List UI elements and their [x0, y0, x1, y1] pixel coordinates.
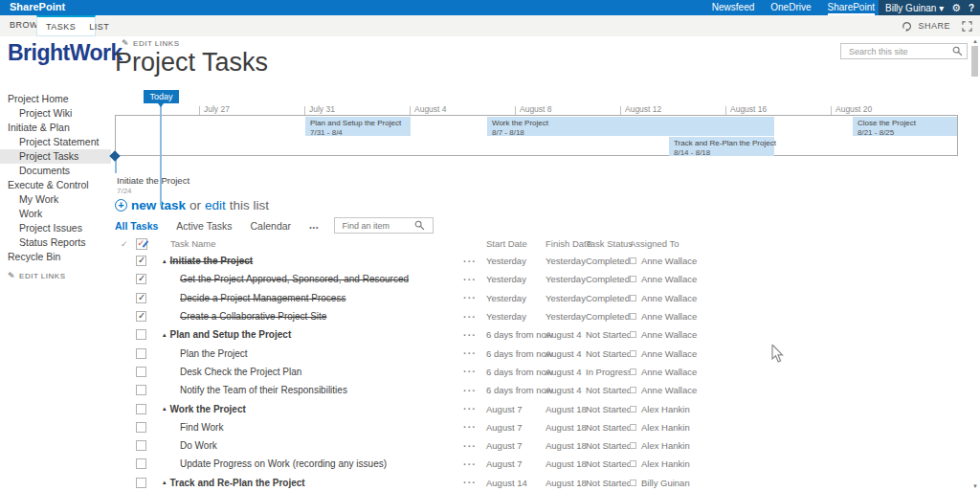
column-task-status[interactable]: Task Status [586, 238, 630, 249]
assigned-to-value[interactable]: Anne Wallace [641, 367, 697, 377]
search-icon[interactable] [952, 46, 963, 56]
row-checkbox[interactable] [136, 367, 146, 377]
tab-tasks[interactable]: TASKS [46, 22, 76, 32]
column-finish-date[interactable]: Finish Date [546, 238, 586, 249]
plus-icon[interactable]: + [115, 199, 127, 212]
row-ellipsis-menu[interactable] [463, 403, 486, 414]
column-assigned-to[interactable]: Assigned To [630, 238, 716, 249]
row-checkbox[interactable] [136, 274, 146, 284]
assigned-to-value[interactable]: Anne Wallace [641, 293, 697, 303]
row-checkbox[interactable] [136, 385, 146, 395]
row-checkbox[interactable] [136, 458, 146, 469]
view-tab[interactable]: Calendar [251, 220, 292, 232]
edit-list-link[interactable]: edit [205, 198, 226, 212]
task-name-link[interactable]: Update Progress on Work (recording any i… [180, 458, 387, 469]
task-name-link[interactable]: Create a Collaborative Project Site [180, 311, 326, 322]
row-ellipsis-menu[interactable] [463, 477, 486, 488]
row-ellipsis-menu[interactable] [463, 292, 486, 303]
row-ellipsis-menu[interactable] [463, 329, 486, 341]
row-ellipsis-menu[interactable] [463, 274, 486, 285]
collapse-triangle-icon[interactable]: ▴ [163, 331, 167, 339]
column-start-date[interactable]: Start Date [486, 238, 546, 249]
sidebar-item[interactable]: Documents [0, 164, 111, 178]
suite-link[interactable]: OneDrive [770, 0, 811, 15]
row-checkbox[interactable] [136, 440, 146, 451]
assigned-to-value[interactable]: Alex Hankin [641, 422, 690, 433]
sidebar-item[interactable]: Recycle Bin [0, 250, 111, 264]
user-menu[interactable]: Billy Guinan ▾ [885, 3, 944, 13]
timeline-task-bar[interactable]: Work the Project 8/7 - 8/18 [487, 117, 774, 136]
task-name-link[interactable]: Find Work [180, 422, 223, 433]
gear-icon[interactable]: ⚙ [951, 3, 961, 13]
scroll-up-icon[interactable]: ▲ [972, 38, 978, 44]
assigned-to-value[interactable]: Anne Wallace [641, 348, 697, 359]
task-name-link[interactable]: Track and Re-Plan the Project [170, 478, 305, 488]
new-task-link[interactable]: new task [131, 198, 186, 212]
assigned-to-value[interactable]: Anne Wallace [641, 274, 697, 284]
sidebar-item[interactable]: Initiate & Plan [0, 121, 111, 135]
sidebar-item[interactable]: Project Issues [0, 221, 111, 235]
sidebar-item[interactable]: Project Statement [0, 135, 111, 149]
sidebar-item[interactable]: My Work [0, 192, 111, 207]
task-name-link[interactable]: Work the Project [170, 404, 246, 414]
task-name-link[interactable]: Do Work [180, 440, 217, 451]
sidebar-item[interactable]: Project Home [0, 92, 111, 106]
assigned-to-value[interactable]: Alex Hankin [641, 458, 690, 469]
assigned-to-value[interactable]: Alex Hankin [641, 440, 690, 451]
help-icon[interactable]: ? [969, 3, 974, 13]
row-ellipsis-menu[interactable] [463, 311, 486, 323]
row-checkbox[interactable] [136, 478, 146, 488]
timeline-task-bar[interactable]: Track and Re-Plan the Project 8/14 - 8/1… [669, 137, 774, 156]
row-ellipsis-menu[interactable] [463, 385, 486, 396]
assigned-to-value[interactable]: Anne Wallace [641, 256, 697, 266]
view-tab[interactable]: Active Tasks [176, 220, 232, 232]
row-checkbox[interactable] [136, 293, 146, 303]
tab-list[interactable]: LIST [89, 22, 109, 32]
task-name-link[interactable]: Plan the Project [180, 348, 248, 359]
row-checkbox[interactable] [136, 348, 146, 359]
assigned-to-value[interactable]: Anne Wallace [641, 385, 697, 395]
select-all-icon[interactable] [136, 238, 147, 250]
scroll-down-icon[interactable]: ▼ [972, 483, 978, 489]
page-edit-links[interactable]: ✎EDIT LINKS [122, 38, 179, 48]
more-views-icon[interactable] [309, 220, 319, 232]
assigned-to-value[interactable]: Billy Guinan [641, 478, 690, 488]
brightwork-logo[interactable]: BrightWork [8, 40, 122, 66]
task-name-link[interactable]: Desk Check the Project Plan [180, 367, 301, 377]
sidebar-item[interactable]: Work [0, 207, 111, 221]
row-checkbox[interactable] [136, 329, 146, 340]
search-icon[interactable] [414, 220, 425, 231]
row-checkbox[interactable] [136, 311, 146, 322]
task-name-link[interactable]: Decide a Project Management Process [180, 293, 345, 303]
row-checkbox[interactable] [136, 422, 146, 433]
assigned-to-value[interactable]: Anne Wallace [641, 311, 697, 322]
collapse-triangle-icon[interactable]: ▴ [163, 405, 167, 413]
row-ellipsis-menu[interactable] [463, 440, 486, 452]
row-ellipsis-menu[interactable] [463, 347, 486, 359]
suite-link[interactable]: SharePoint [828, 0, 875, 15]
row-ellipsis-menu[interactable] [463, 458, 486, 470]
sidebar-item[interactable]: Project Wiki [0, 106, 111, 121]
find-item-input[interactable] [340, 220, 414, 232]
task-name-link[interactable]: Initiate the Project [170, 256, 254, 266]
timeline-task-bar[interactable]: Close the Project 8/21 - 8/25 [853, 117, 957, 136]
timeline-task-bar[interactable]: Plan and Setup the Project 7/31 - 8/4 [305, 117, 411, 136]
row-checkbox[interactable] [136, 256, 146, 266]
column-task-name[interactable]: Task Name [153, 238, 463, 249]
focus-mode-icon[interactable] [962, 21, 972, 32]
row-checkbox[interactable] [136, 404, 146, 414]
collapse-triangle-icon[interactable]: ▴ [163, 479, 167, 486]
row-ellipsis-menu[interactable] [463, 421, 486, 433]
site-search-input[interactable] [847, 46, 952, 57]
sidebar-item[interactable]: Execute & Control [0, 178, 111, 192]
row-ellipsis-menu[interactable] [463, 366, 486, 377]
suite-link[interactable]: Newsfeed [712, 0, 754, 15]
assigned-to-value[interactable]: Alex Hankin [641, 404, 690, 414]
row-ellipsis-menu[interactable] [463, 256, 486, 267]
task-name-link[interactable]: Notify the Team of their Responsibilitie… [180, 385, 347, 395]
sharepoint-brand[interactable]: SharePoint [10, 1, 65, 12]
view-tab[interactable]: All Tasks [115, 220, 158, 232]
share-button[interactable]: SHARE [918, 21, 950, 31]
task-name-link[interactable]: Plan and Setup the Project [170, 329, 292, 340]
vertical-scrollbar[interactable]: ▲ ▼ [970, 36, 980, 491]
